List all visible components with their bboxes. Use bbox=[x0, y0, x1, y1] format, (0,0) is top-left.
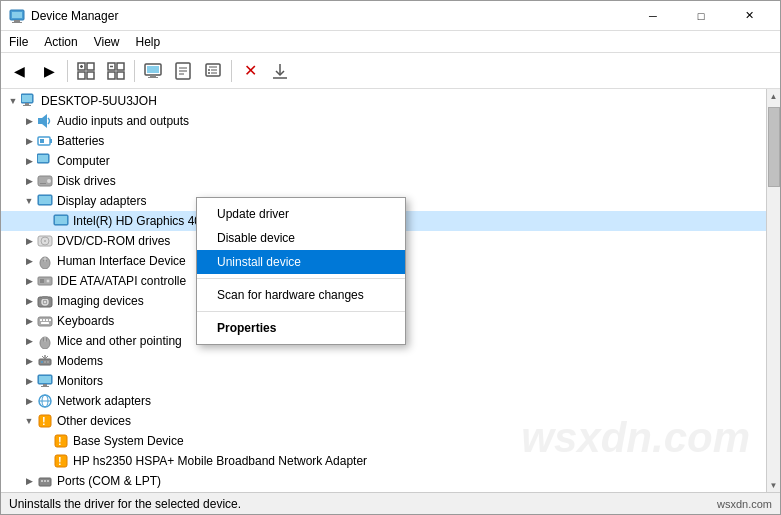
device-manager-button[interactable] bbox=[199, 57, 227, 85]
svg-point-26 bbox=[208, 69, 210, 71]
ide-label: IDE ATA/ATAPI controlle bbox=[57, 274, 186, 288]
menu-file[interactable]: File bbox=[1, 33, 36, 51]
tree-item-monitors[interactable]: ▶ Monitors bbox=[1, 371, 766, 391]
hp-label: HP hs2350 HSPA+ Mobile Broadband Network… bbox=[73, 454, 367, 468]
forward-button[interactable]: ▶ bbox=[35, 57, 63, 85]
menu-bar: File Action View Help bbox=[1, 31, 780, 53]
svg-rect-67 bbox=[46, 319, 48, 321]
status-text: Uninstalls the driver for the selected d… bbox=[9, 497, 241, 511]
toolbar: ◀ ▶ bbox=[1, 53, 780, 89]
scroll-up-button[interactable]: ▲ bbox=[767, 89, 781, 103]
back-button[interactable]: ◀ bbox=[5, 57, 33, 85]
menu-view[interactable]: View bbox=[86, 33, 128, 51]
svg-rect-66 bbox=[43, 319, 45, 321]
svg-rect-35 bbox=[23, 105, 31, 106]
base-icon: ! bbox=[53, 433, 69, 449]
svg-rect-3 bbox=[12, 12, 22, 18]
expand-button[interactable] bbox=[72, 57, 100, 85]
tree-item-hp[interactable]: ▶ ! HP hs2350 HSPA+ Mobile Broadband Net… bbox=[1, 451, 766, 471]
svg-rect-49 bbox=[55, 216, 67, 224]
menu-help[interactable]: Help bbox=[128, 33, 169, 51]
download-button[interactable] bbox=[266, 57, 294, 85]
tree-item-other[interactable]: ▼ ! Other devices bbox=[1, 411, 766, 431]
root-expand[interactable]: ▼ bbox=[5, 93, 21, 109]
ctx-properties[interactable]: Properties bbox=[197, 316, 405, 340]
hid-expand[interactable]: ▶ bbox=[21, 253, 37, 269]
svg-rect-83 bbox=[41, 386, 49, 387]
imaging-expand[interactable]: ▶ bbox=[21, 293, 37, 309]
svg-rect-18 bbox=[150, 75, 156, 77]
tree-item-modems[interactable]: ▶ Modems bbox=[1, 351, 766, 371]
ctx-uninstall-device[interactable]: Uninstall device bbox=[197, 250, 405, 274]
imaging-label: Imaging devices bbox=[57, 294, 144, 308]
tree-item-print[interactable]: ▶ Print queues bbox=[1, 491, 766, 492]
svg-rect-62 bbox=[42, 296, 48, 299]
scroll-down-button[interactable]: ▼ bbox=[767, 478, 781, 492]
tree-item-computer[interactable]: ▶ Computer bbox=[1, 151, 766, 171]
svg-point-76 bbox=[47, 361, 49, 363]
ctx-scan-hardware[interactable]: Scan for hardware changes bbox=[197, 283, 405, 307]
keyboards-expand[interactable]: ▶ bbox=[21, 313, 37, 329]
svg-text:!: ! bbox=[58, 435, 62, 447]
svg-rect-45 bbox=[40, 183, 46, 184]
audio-expand[interactable]: ▶ bbox=[21, 113, 37, 129]
audio-label: Audio inputs and outputs bbox=[57, 114, 189, 128]
computer-tree-icon bbox=[37, 153, 53, 169]
title-bar: Device Manager ─ □ ✕ bbox=[1, 1, 780, 31]
tree-item-base[interactable]: ▶ ! Base System Device bbox=[1, 431, 766, 451]
ide-expand[interactable]: ▶ bbox=[21, 273, 37, 289]
mice-expand[interactable]: ▶ bbox=[21, 333, 37, 349]
network-expand[interactable]: ▶ bbox=[21, 393, 37, 409]
other-label: Other devices bbox=[57, 414, 131, 428]
ctx-update-driver[interactable]: Update driver bbox=[197, 202, 405, 226]
audio-icon bbox=[37, 113, 53, 129]
diskdrives-label: Disk drives bbox=[57, 174, 116, 188]
tree-item-network[interactable]: ▶ Network adapters bbox=[1, 391, 766, 411]
monitors-expand[interactable]: ▶ bbox=[21, 373, 37, 389]
watermark-status: wsxdn.com bbox=[717, 498, 772, 510]
other-icon: ! bbox=[37, 413, 53, 429]
svg-rect-42 bbox=[38, 155, 48, 162]
mice-icon bbox=[37, 333, 53, 349]
computer-expand[interactable]: ▶ bbox=[21, 153, 37, 169]
diskdrives-expand[interactable]: ▶ bbox=[21, 173, 37, 189]
root-label: DESKTOP-5UU3JOH bbox=[41, 94, 157, 108]
collapse-button[interactable] bbox=[102, 57, 130, 85]
svg-rect-40 bbox=[40, 139, 44, 143]
modems-icon bbox=[37, 353, 53, 369]
properties-button[interactable] bbox=[169, 57, 197, 85]
minimize-button[interactable]: ─ bbox=[630, 1, 676, 31]
display-label: Display adapters bbox=[57, 194, 146, 208]
tree-item-batteries[interactable]: ▶ Batteries bbox=[1, 131, 766, 151]
svg-rect-17 bbox=[147, 66, 159, 73]
display-expand[interactable]: ▼ bbox=[21, 193, 37, 209]
modems-expand[interactable]: ▶ bbox=[21, 353, 37, 369]
menu-action[interactable]: Action bbox=[36, 33, 85, 51]
computer-button[interactable] bbox=[139, 57, 167, 85]
base-label: Base System Device bbox=[73, 434, 184, 448]
intel-label: Intel(R) HD Graphics 4000 bbox=[73, 214, 214, 228]
maximize-button[interactable]: □ bbox=[678, 1, 724, 31]
status-bar: Uninstalls the driver for the selected d… bbox=[1, 492, 780, 514]
tree-item-ports[interactable]: ▶ Ports (COM & LPT) bbox=[1, 471, 766, 491]
scroll-thumb[interactable] bbox=[768, 107, 780, 187]
dvd-expand[interactable]: ▶ bbox=[21, 233, 37, 249]
tree-item-audio[interactable]: ▶ Audio inputs and outputs bbox=[1, 111, 766, 131]
imaging-icon bbox=[37, 293, 53, 309]
batteries-expand[interactable]: ▶ bbox=[21, 133, 37, 149]
svg-rect-68 bbox=[49, 319, 51, 321]
delete-button[interactable]: ✕ bbox=[236, 57, 264, 85]
svg-rect-39 bbox=[50, 139, 52, 143]
tree-root[interactable]: ▼ DESKTOP-5UU3JOH bbox=[1, 91, 766, 111]
close-button[interactable]: ✕ bbox=[726, 1, 772, 31]
ports-expand[interactable]: ▶ bbox=[21, 473, 37, 489]
svg-rect-33 bbox=[22, 95, 32, 102]
modems-label: Modems bbox=[57, 354, 103, 368]
svg-rect-81 bbox=[39, 376, 51, 383]
other-expand[interactable]: ▼ bbox=[21, 413, 37, 429]
vertical-scrollbar[interactable]: ▲ ▼ bbox=[766, 89, 780, 492]
ctx-disable-device[interactable]: Disable device bbox=[197, 226, 405, 250]
svg-rect-82 bbox=[43, 384, 47, 386]
svg-rect-14 bbox=[108, 72, 115, 79]
tree-item-diskdrives[interactable]: ▶ Disk drives bbox=[1, 171, 766, 191]
